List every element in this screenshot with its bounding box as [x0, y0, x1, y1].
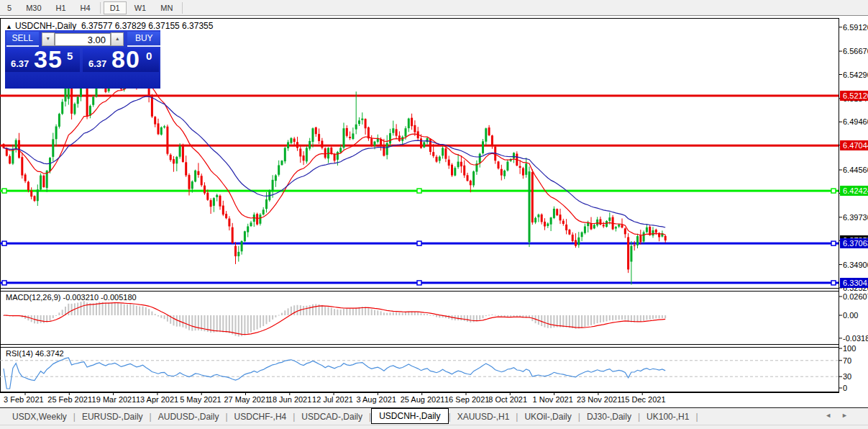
macd-tick: 0.00	[843, 311, 858, 320]
line-price-badge: 6.37063	[840, 238, 868, 248]
buy-price-prefix: 6.37	[88, 58, 106, 69]
timeframe-button-5[interactable]: 5	[1, 1, 18, 14]
chart-tab-bar: ◄► USDX,Weekly|EURUSD-,Daily|AUDUSD-,Dai…	[0, 407, 868, 425]
date-tick-label: 19 Mar 2021	[92, 395, 137, 404]
buy-price-main: 80	[111, 45, 140, 73]
chart-symbol-title: USDCNH-,Daily	[15, 21, 76, 31]
status-bar	[0, 425, 868, 429]
tab-scroll-left-icon[interactable]: ◄	[825, 412, 841, 419]
date-tick-label: 1 Nov 2021	[533, 395, 573, 404]
volume-decrease-button[interactable]: ▾	[42, 32, 55, 46]
timeframe-button-H1[interactable]: H1	[50, 1, 73, 14]
volume-increase-button[interactable]: ▴	[111, 32, 124, 46]
rsi-indicator-label: RSI(14) 46.3742	[6, 349, 64, 358]
line-handle	[2, 281, 6, 285]
chart-area: ▲USDCNH-,Daily 6.37577 6.37829 6.37155 6…	[0, 16, 868, 407]
price-tick: 6.39730	[843, 213, 868, 222]
date-tick-label: 18 Jun 2021	[268, 395, 312, 404]
collapse-trade-panel-icon[interactable]: ▲	[6, 23, 12, 30]
timeframe-button-M30[interactable]: M30	[19, 1, 47, 14]
timeframe-button-W1[interactable]: W1	[128, 1, 153, 14]
date-tick-label: 3 Feb 2021	[4, 395, 44, 404]
date-tick-label: 15 Dec 2021	[621, 395, 665, 404]
mt4-window: 5M30H1H4D1W1MN ▲USDCNH-,Daily 6.37577 6.…	[0, 0, 868, 429]
line-price-badge: 6.42424	[840, 186, 868, 196]
chart-tab-xauusd-h1[interactable]: XAUUSD-,H1	[451, 410, 516, 424]
price-tick: 6.44560	[843, 166, 868, 174]
chart-tab-usdcnh-daily[interactable]: USDCNH-,Daily	[371, 408, 448, 424]
trade-buttons-row: SELL ▾ ▴ BUY	[5, 32, 160, 47]
tab-scroll-arrows[interactable]: ◄►	[825, 412, 858, 419]
chart-tab-usdcad-daily[interactable]: USDCAD-,Daily	[295, 410, 369, 424]
line-handle	[831, 281, 836, 285]
line-handle	[831, 241, 836, 245]
line-handle	[831, 189, 836, 193]
volume-input[interactable]	[55, 33, 111, 46]
macd-tick: 0.02607	[843, 292, 868, 301]
date-tick-label: 8 Oct 2021	[488, 395, 527, 404]
chart-title-row: ▲USDCNH-,Daily 6.37577 6.37829 6.37155 6…	[6, 21, 213, 31]
chart-ohlc-values: 6.37577 6.37829 6.37155 6.37355	[81, 21, 214, 31]
date-tick-label: 12 Jul 2021	[312, 395, 353, 404]
chart-tab-usdx-weekly[interactable]: USDX,Weekly	[6, 410, 73, 424]
date-tick-label: 25 Feb 2021	[47, 395, 92, 404]
price-tick: 6.56670	[843, 47, 868, 55]
tab-divider: |	[695, 412, 698, 422]
buy-button[interactable]: BUY	[127, 32, 160, 47]
price-tick: 6.49460	[843, 117, 868, 126]
line-price-badge: 6.33041	[840, 278, 868, 288]
sell-price-main: 35	[34, 45, 63, 73]
buy-price-display[interactable]: 6.37 80 0	[83, 48, 159, 72]
rsi-tick: 70	[843, 356, 851, 365]
chart-tab-dj30-daily[interactable]: DJ30-,Daily	[580, 410, 638, 424]
price-tick: 6.54290	[843, 71, 868, 79]
line-price-badge: 6.47044	[840, 140, 868, 150]
macd-indicator-label: MACD(12,26,9) -0.003210 -0.005180	[6, 293, 137, 302]
one-click-trading-panel: SELL ▾ ▴ BUY 6.37 35 5 6.37 80 0	[5, 30, 160, 89]
date-tick-label: 16 Sep 2021	[444, 395, 489, 404]
line-price-badge: 6.52126	[840, 91, 868, 101]
chart-tab-ukoil-daily[interactable]: UKOil-,Daily	[518, 410, 577, 424]
chart-tab-audusd-daily[interactable]: AUDUSD-,Daily	[152, 410, 226, 424]
sell-button[interactable]: SELL	[6, 32, 39, 47]
price-tick: 6.59120	[843, 23, 868, 32]
timeframe-toolbar: 5M30H1H4D1W1MN	[0, 0, 868, 16]
date-tick-label: 5 May 2021	[180, 395, 221, 404]
buy-price-pip: 0	[146, 50, 152, 62]
sell-price-prefix: 6.37	[11, 58, 29, 69]
line-handle	[2, 189, 6, 193]
date-tick-label: 27 May 2021	[224, 395, 270, 404]
macd-tick: -0.031872	[843, 334, 868, 343]
line-handle	[417, 281, 421, 285]
timeframe-button-H4[interactable]: H4	[74, 1, 97, 14]
chart-tab-usdchf-h4[interactable]: USDCHF-,H4	[228, 410, 293, 424]
rsi-tick: 100	[843, 344, 856, 353]
timeframe-button-MN[interactable]: MN	[154, 1, 179, 14]
price-tick: 6.34900	[843, 261, 868, 269]
date-tick-label: 23 Nov 2021	[577, 395, 621, 404]
line-handle	[2, 241, 6, 245]
sell-price-display[interactable]: 6.37 35 5	[5, 48, 80, 72]
rsi-tick: 30	[843, 372, 851, 381]
rsi-tick: 0	[843, 384, 847, 392]
chart-tab-eurusd-daily[interactable]: EURUSD-,Daily	[76, 410, 150, 424]
date-tick-label: 13 Apr 2021	[136, 395, 178, 404]
date-tick-label: 3 Aug 2021	[356, 395, 396, 404]
timeframe-button-D1[interactable]: D1	[104, 1, 127, 14]
line-handle	[417, 189, 421, 193]
chart-tab-uk100-h1[interactable]: UK100-,H1	[640, 410, 695, 424]
date-tick-label: 25 Aug 2021	[401, 395, 445, 404]
tab-scroll-right-icon[interactable]: ►	[841, 412, 858, 419]
line-handle	[417, 241, 421, 245]
sell-price-pip: 5	[67, 50, 73, 62]
